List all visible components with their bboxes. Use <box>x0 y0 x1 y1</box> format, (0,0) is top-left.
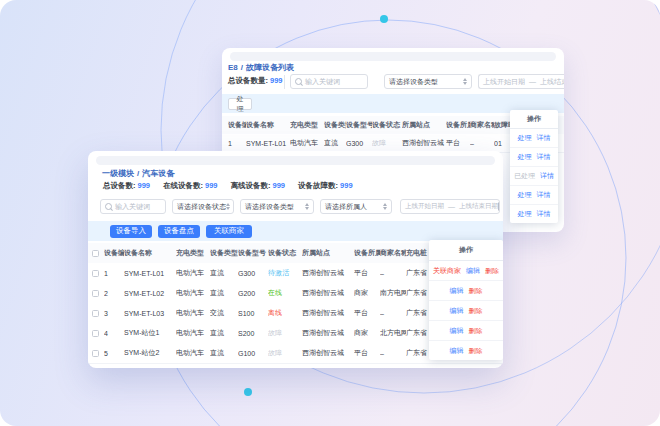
column-header-id: 设备编号 <box>104 243 124 263</box>
online-date-range-input[interactable]: 上线开始日期 — 上线结束日期 <box>478 74 564 89</box>
cell-id: 4 <box>104 323 124 343</box>
device-type-select[interactable]: 请选择设备类型 <box>384 74 472 89</box>
select-all-checkbox[interactable] <box>92 250 99 257</box>
cell-name: SYM-ET-L02 <box>124 283 176 303</box>
cell-owner: 平台 <box>446 134 470 152</box>
action-link-primary[interactable]: 处理 <box>518 133 532 143</box>
action-link-primary[interactable]: 处理 <box>518 152 532 162</box>
action-link-danger[interactable]: 删除 <box>485 266 499 276</box>
action-link-primary[interactable]: 编辑 <box>450 286 464 296</box>
divider <box>284 75 285 89</box>
row-checkbox-cell <box>92 343 104 363</box>
cell-model: G300 <box>346 134 372 152</box>
actions-row: 已处理详情 <box>510 167 558 186</box>
calendar-icon <box>498 202 500 211</box>
cell-site: 西湖创智云城 <box>302 323 354 343</box>
cell-status: 待激活 <box>268 263 302 283</box>
breadcrumb-root[interactable]: 一级模块 <box>102 169 134 178</box>
actions-row: 处理详情 <box>510 148 558 167</box>
car-device-list-window: 一级模块/汽车设备 总设备数:999在线设备数:999离线设备数:999设备故障… <box>88 151 503 368</box>
cell-status: 故障 <box>268 343 302 363</box>
action-link-primary[interactable]: 处理 <box>518 190 532 200</box>
row-checkbox[interactable] <box>92 350 99 357</box>
action-link-primary[interactable]: 编辑 <box>450 346 464 356</box>
cell-merchant: 北方电网 <box>380 323 406 343</box>
cell-site: 西湖创智云城 <box>402 134 446 152</box>
action-link-muted[interactable]: 已处理 <box>514 171 535 181</box>
stat-value: 999 <box>273 181 286 190</box>
search-placeholder: 输入关键词 <box>115 202 150 212</box>
cell-ctype: 电动汽车 <box>176 283 210 303</box>
cell-dtype: 直流 <box>324 134 346 152</box>
action-link-primary[interactable]: 处理 <box>518 209 532 219</box>
actions-row: 编辑删除 <box>429 281 503 301</box>
action-link-primary[interactable]: 编辑 <box>450 306 464 316</box>
cell-model: S100 <box>238 303 268 323</box>
action-link-primary[interactable]: 详情 <box>537 133 551 143</box>
device-inventory-button[interactable]: 设备盘点 <box>158 225 200 238</box>
action-link-primary[interactable]: 编辑 <box>466 266 480 276</box>
actions-row: 处理详情 <box>510 186 558 205</box>
cell-id: 5 <box>104 343 124 363</box>
stat-item: 离线设备数:999 <box>231 181 286 191</box>
cell-id: 1 <box>104 263 124 283</box>
breadcrumb: 一级模块/汽车设备 <box>102 168 174 179</box>
cell-dtype: 直流 <box>210 343 238 363</box>
online-date-range-input[interactable]: 上线开始日期 — 上线结束日期 <box>400 199 500 214</box>
column-header-dtype: 设备类型 <box>210 243 238 263</box>
actions-row: 处理详情 <box>510 129 558 148</box>
action-link-primary[interactable]: 详情 <box>537 209 551 219</box>
search-input[interactable]: 输入关键词 <box>100 199 166 214</box>
cyan-dot-top <box>380 15 388 23</box>
batch-handle-button[interactable]: 处理 <box>228 98 252 110</box>
cell-owner: 平台 <box>354 263 380 283</box>
device-status-select[interactable]: 请选择设备状态 <box>172 199 234 214</box>
cell-id: 3 <box>104 303 124 323</box>
action-link-danger[interactable]: 删除 <box>469 346 483 356</box>
owner-select[interactable]: 请选择所属人 <box>320 199 392 214</box>
cell-ctype: 电动汽车 <box>176 263 210 283</box>
action-link-danger[interactable]: 删除 <box>469 326 483 336</box>
select-value: 请选择设备类型 <box>389 77 438 87</box>
column-header-owner: 设备所属 <box>354 243 380 263</box>
action-link-primary[interactable]: 编辑 <box>450 326 464 336</box>
link-merchant-button[interactable]: 关联商家 <box>206 225 252 238</box>
action-link-danger[interactable]: 关联商家 <box>433 266 461 276</box>
device-import-button[interactable]: 设备导入 <box>110 225 152 238</box>
column-header-status: 设备状态 <box>372 116 402 134</box>
cell-status: 在线 <box>268 283 302 303</box>
cell-ctype: 电动汽车 <box>176 303 210 323</box>
row-checkbox[interactable] <box>92 330 99 337</box>
column-header-merchant: 商家名称 <box>470 116 494 134</box>
search-input[interactable]: 输入关键词 <box>290 74 368 89</box>
cell-merchant: – <box>470 134 494 152</box>
stat-value: 999 <box>205 181 218 190</box>
actions-row: 处理详情 <box>510 205 558 223</box>
device-count-stats: 总设备数量:999 <box>228 76 283 86</box>
actions-row: 编辑删除 <box>429 301 503 321</box>
column-header-ctype: 充电类型 <box>176 243 210 263</box>
row-checkbox[interactable] <box>92 290 99 297</box>
action-link-primary[interactable]: 详情 <box>537 190 551 200</box>
actions-row: 编辑删除 <box>429 321 503 341</box>
stat-item: 设备故障数:999 <box>298 181 353 191</box>
breadcrumb-current: 故障设备列表 <box>246 63 294 72</box>
cell-site: 西湖创智云城 <box>302 263 354 283</box>
search-icon <box>105 203 112 210</box>
cell-owner: 平台 <box>354 303 380 323</box>
breadcrumb-separator: / <box>137 169 139 178</box>
row-checkbox[interactable] <box>92 270 99 277</box>
action-link-danger[interactable]: 删除 <box>469 306 483 316</box>
actions-row: 关联商家编辑删除 <box>429 261 503 281</box>
row-checkbox[interactable] <box>92 310 99 317</box>
cell-merchant: – <box>380 263 406 283</box>
action-link-primary[interactable]: 详情 <box>540 171 554 181</box>
device-type-select[interactable]: 请选择设备类型 <box>240 199 314 214</box>
cell-site: 西湖创智云城 <box>302 283 354 303</box>
column-header-name: 设备名称 <box>124 243 176 263</box>
cell-dtype: 直流 <box>210 263 238 283</box>
cell-status: 故障 <box>372 134 402 152</box>
action-link-primary[interactable]: 详情 <box>537 152 551 162</box>
breadcrumb-root[interactable]: E8 <box>228 63 238 72</box>
action-link-danger[interactable]: 删除 <box>469 286 483 296</box>
